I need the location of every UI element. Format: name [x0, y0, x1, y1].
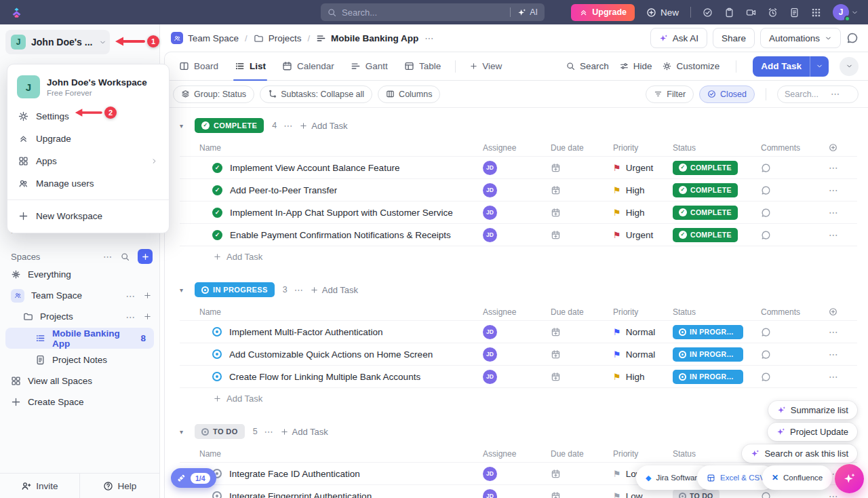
group-status-pill[interactable]: TO DO — [195, 424, 245, 439]
status-pill[interactable]: ✓COMPLETE — [673, 206, 738, 220]
breadcrumb-current-list[interactable]: Mobile Banking App — [316, 33, 418, 43]
assignee-avatar[interactable]: JD — [483, 347, 497, 362]
reminder-clock-icon[interactable] — [768, 7, 778, 18]
more-icon[interactable]: ⋯ — [829, 491, 839, 498]
tab-board[interactable]: Board — [172, 52, 226, 80]
status-ring-icon[interactable] — [212, 372, 222, 381]
chevron-down-icon[interactable] — [851, 9, 859, 16]
status-check-icon[interactable]: ✓ — [212, 163, 222, 173]
task-row[interactable]: ✓ Add Peer-to-Peer Transfer JD ⚑ High ✓C… — [180, 178, 857, 201]
column-header-name[interactable]: Name — [180, 143, 483, 153]
status-pill[interactable]: IN PROGRESS — [673, 347, 743, 362]
due-date-add-icon[interactable] — [551, 327, 561, 337]
confluence-import-button[interactable]: ✕ Confluence — [762, 465, 832, 490]
column-header-name[interactable]: Name — [180, 307, 483, 317]
add-task-row[interactable]: Add Task — [180, 246, 857, 267]
column-header-due-date[interactable]: Due date — [551, 449, 613, 459]
sidebar-item-project-notes[interactable]: Project Notes — [0, 349, 159, 370]
ai-assistant-fab[interactable] — [835, 464, 864, 493]
status-pill[interactable]: IN PROGRESS — [673, 370, 743, 384]
project-update-button[interactable]: Project Update — [768, 423, 857, 441]
search-more-icon[interactable]: ⋯ — [831, 89, 840, 99]
due-date-add-icon[interactable] — [551, 372, 561, 382]
group-add-task-button[interactable]: Add Task — [311, 285, 358, 295]
comment-icon[interactable] — [761, 163, 771, 173]
upgrade-button[interactable]: Upgrade — [571, 4, 635, 21]
assignee-avatar[interactable]: JD — [483, 161, 497, 175]
plus-icon[interactable] — [144, 292, 151, 299]
global-search-input[interactable] — [342, 7, 505, 18]
sidebar-item-projects[interactable]: Projects ⋯ — [0, 306, 159, 327]
collapse-caret-icon[interactable]: ▾ — [180, 122, 188, 130]
tab-table[interactable]: Table — [397, 52, 448, 80]
assignee-avatar[interactable]: JD — [483, 183, 497, 197]
sidebar-item-everything[interactable]: Everything — [0, 264, 159, 285]
more-icon[interactable]: ⋯ — [829, 326, 839, 337]
sidebar-item-mobile-banking-app[interactable]: Mobile Banking App 8 — [5, 328, 154, 349]
hide-button[interactable]: Hide — [620, 61, 652, 71]
priority-cell[interactable]: ⚑ High — [613, 372, 673, 382]
status-ring-icon[interactable] — [212, 327, 222, 337]
group-add-task-button[interactable]: Add Task — [300, 121, 347, 131]
column-header-assignee[interactable]: Assignee — [483, 307, 551, 317]
collapse-caret-icon[interactable]: ▾ — [180, 428, 188, 436]
more-icon[interactable]: ⋯ — [126, 290, 136, 301]
column-header-comments[interactable]: Comments — [761, 307, 823, 317]
task-name[interactable]: Create Flow for Linking Multiple Bank Ac… — [229, 372, 420, 382]
group-more-icon[interactable]: ⋯ — [283, 121, 293, 131]
ask-ai-button[interactable]: Ask AI — [650, 28, 707, 48]
task-row[interactable]: ✓ Enable Payment Confirmation Notificati… — [180, 223, 857, 246]
workspace-switcher[interactable]: J John Doe's ... — [5, 30, 110, 54]
comment-icon[interactable] — [761, 185, 771, 195]
sidebar-item-create-space[interactable]: Create Space — [0, 391, 159, 413]
column-header-status[interactable]: Status — [673, 307, 761, 317]
group-more-icon[interactable]: ⋯ — [294, 285, 304, 295]
group-status-pill[interactable]: ✓ COMPLETE — [195, 118, 264, 133]
status-pill[interactable]: ✓COMPLETE — [673, 228, 738, 242]
column-header-due-date[interactable]: Due date — [551, 307, 613, 317]
subtasks-pill[interactable]: Subtasks: Collapse all — [260, 85, 372, 103]
columns-pill[interactable]: Columns — [378, 85, 440, 103]
sidebar-item-view-all-spaces[interactable]: View all Spaces — [0, 370, 159, 391]
assignee-avatar[interactable]: JD — [483, 228, 497, 242]
task-name[interactable]: Implement Multi-Factor Authentication — [229, 327, 383, 337]
task-name[interactable]: Integrate Face ID Authentication — [229, 469, 360, 479]
comment-icon[interactable] — [761, 208, 771, 218]
priority-cell[interactable]: ⚑ Urgent — [613, 230, 673, 240]
clipboard-icon[interactable] — [724, 7, 734, 18]
list-search[interactable]: ⋯ — [777, 85, 859, 103]
comments-bubble-icon[interactable] — [846, 32, 859, 44]
breadcrumb-team-space[interactable]: Team Space — [171, 32, 239, 44]
assignee-avatar[interactable]: JD — [483, 325, 497, 339]
add-column-icon[interactable] — [829, 307, 837, 316]
priority-cell[interactable]: ⚑ Normal — [613, 327, 673, 337]
task-name[interactable]: Enable Payment Confirmation Notification… — [230, 230, 451, 240]
comment-icon[interactable] — [761, 372, 771, 382]
list-search-input[interactable] — [785, 90, 827, 99]
global-search[interactable]: AI — [321, 3, 545, 21]
invite-button[interactable]: Invite — [0, 474, 79, 498]
column-header-assignee[interactable]: Assignee — [483, 143, 551, 153]
more-icon[interactable]: ⋯ — [829, 185, 839, 195]
closed-pill[interactable]: Closed — [699, 85, 755, 103]
priority-cell[interactable]: ⚑ Urgent — [613, 163, 673, 173]
breadcrumb-more-icon[interactable]: ⋯ — [425, 33, 434, 43]
add-task-dropdown[interactable] — [810, 56, 829, 77]
help-button[interactable]: Help — [79, 474, 159, 498]
column-header-name[interactable]: Name — [180, 449, 483, 459]
comment-icon[interactable] — [761, 491, 771, 498]
menu-item-manage-users[interactable]: Manage users — [7, 172, 169, 195]
due-date-add-icon[interactable] — [551, 163, 561, 173]
status-pill[interactable]: IN PROGRESS — [673, 325, 743, 339]
assignee-avatar[interactable]: JD — [483, 489, 497, 498]
new-button[interactable]: New — [646, 7, 679, 18]
task-name[interactable]: Implement In-App Chat Support with Custo… — [230, 208, 453, 218]
more-icon[interactable]: ⋯ — [126, 311, 136, 322]
search-or-ask-button[interactable]: Search or ask this list — [742, 444, 857, 463]
due-date-add-icon[interactable] — [551, 185, 561, 195]
more-icon[interactable]: ⋯ — [829, 207, 839, 218]
clickup-logo[interactable] — [9, 5, 23, 19]
add-task-row[interactable]: Add Task — [180, 387, 857, 408]
priority-cell[interactable]: ⚑ High — [613, 185, 673, 195]
plus-icon[interactable] — [144, 313, 151, 320]
